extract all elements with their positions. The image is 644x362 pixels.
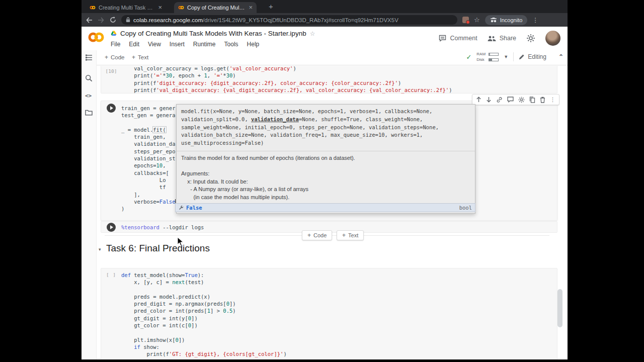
insert-code-label: Code (313, 232, 327, 238)
resource-gauges[interactable]: RAM Disk (476, 52, 499, 62)
autocomplete-type: bool (459, 205, 472, 211)
delete-cell-trash-icon[interactable] (540, 97, 545, 103)
browser-window: Creating Multi Task Models × Copy of Cre… (82, 0, 568, 359)
tab-bar: Creating Multi Task Models × Copy of Cre… (82, 0, 568, 13)
people-icon (488, 35, 496, 42)
disk-bar (489, 58, 499, 61)
fit-docstring-tooltip: model.fit(x=None, y=None, batch_size=Non… (176, 104, 475, 214)
table-of-contents-icon[interactable] (85, 54, 93, 61)
cell-settings-gear-icon[interactable] (518, 97, 525, 103)
menu-runtime[interactable]: Runtime (193, 41, 216, 48)
extension-icon[interactable] (462, 17, 469, 23)
menu-edit[interactable]: Edit (129, 41, 139, 48)
back-icon[interactable] (86, 17, 93, 23)
tab-close-icon[interactable]: × (249, 5, 253, 10)
browser-menu-icon[interactable]: ⋮ (532, 19, 535, 21)
execution-count: [ ] (101, 272, 121, 278)
plus-icon: + (307, 232, 311, 239)
collapse-header-icon[interactable]: ⌃ (558, 53, 564, 60)
avatar[interactable] (545, 31, 560, 46)
forward-icon[interactable] (98, 17, 105, 23)
tab-inactive[interactable]: Creating Multi Task Models × (86, 2, 166, 13)
url-bar[interactable]: colab.research.google.com/drive/1S4L2tW9… (121, 15, 457, 25)
connected-check-icon: ✓ (466, 53, 471, 61)
share-button[interactable]: Share (488, 35, 516, 42)
tab-close-icon[interactable]: × (158, 5, 162, 10)
add-code-button[interactable]: + Code (105, 54, 125, 61)
pencil-icon (519, 54, 525, 60)
scrollbar-thumb[interactable] (557, 289, 562, 327)
menu-file[interactable]: File (111, 41, 120, 48)
move-cell-up-icon[interactable] (476, 97, 481, 103)
insert-text-label: Text (348, 232, 358, 238)
link-cell-icon[interactable] (496, 97, 503, 103)
search-icon[interactable] (85, 74, 93, 82)
menu-bar: File Edit View Insert Runtime Tools Help (111, 41, 259, 48)
tab-title: Copy of Creating Multi Tas (187, 5, 246, 11)
menu-insert[interactable]: Insert (170, 41, 185, 48)
url-domain: colab.research.google.com (133, 17, 203, 23)
code-snippets-icon[interactable]: <> (85, 93, 92, 99)
code-editor[interactable]: def test_model(show=True): x, [y, c] = n… (121, 268, 299, 359)
colab-favicon (178, 5, 184, 11)
chevron-down-icon[interactable]: ▼ (504, 54, 508, 59)
copy-cell-icon[interactable] (529, 97, 535, 103)
section-heading: Task 6: Final Predictions (106, 243, 210, 254)
insert-code-button[interactable]: + Code (302, 230, 332, 240)
plus-icon: + (105, 54, 108, 61)
colab-favicon (90, 5, 96, 11)
drive-icon (111, 31, 117, 36)
incognito-icon (490, 18, 497, 23)
comment-button[interactable]: Comment (439, 35, 477, 42)
colab-header: Copy of Creating Multi Task Models With … (82, 27, 568, 50)
editing-label: Editing (528, 53, 546, 60)
wrench-icon (179, 205, 184, 210)
autocomplete-item[interactable]: False (186, 205, 202, 211)
code-cell-callbacks[interactable]: [10] val_color_accuracy = logs.get('val_… (101, 66, 557, 94)
comment-cell-icon[interactable] (507, 97, 514, 103)
mouse-cursor (177, 237, 184, 246)
address-bar: colab.research.google.com/drive/1S4L2tW9… (82, 13, 568, 27)
comment-label: Comment (450, 35, 477, 42)
run-cell-button[interactable] (107, 223, 116, 232)
code-editor[interactable]: %tensorboard --logdir logs (121, 222, 204, 232)
share-label: Share (500, 35, 516, 42)
editing-mode-button[interactable]: Editing (519, 53, 546, 60)
menu-tools[interactable]: Tools (224, 41, 238, 48)
code-editor[interactable]: val_color_accuracy = logs.get('val_color… (121, 66, 452, 93)
fit-signature: model.fit(x=None, y=None, batch_size=Non… (177, 105, 475, 151)
collapse-section-icon[interactable]: ▾ (99, 247, 101, 252)
code-cell-test-model[interactable]: [ ] def test_model(show=True): x, [y, c]… (101, 268, 557, 359)
reload-icon[interactable] (110, 17, 116, 23)
code-editor[interactable]: train_gen = genertest_gen = genera _ = m… (121, 101, 176, 220)
move-cell-down-icon[interactable] (486, 97, 492, 103)
files-folder-icon[interactable] (85, 110, 93, 116)
add-code-label: Code (111, 54, 125, 60)
cell-toolbar: ⋮ (472, 94, 559, 105)
run-cell-button[interactable] (107, 104, 116, 113)
new-tab-button[interactable]: + (269, 2, 273, 11)
add-text-button[interactable]: + Text (132, 54, 148, 61)
disk-label: Disk (476, 57, 487, 62)
settings-gear-icon[interactable] (526, 34, 535, 43)
more-actions-icon[interactable]: ⋮ (550, 97, 555, 103)
cell-gutter: [ ] (101, 268, 121, 359)
notebook-toolbar: + Code + Text ✓ RAM Disk ▼ Editing ⌃ (82, 50, 568, 65)
cell-gutter (101, 222, 121, 232)
menu-view[interactable]: View (148, 41, 161, 48)
divider (513, 52, 514, 61)
star-icon[interactable]: ☆ (310, 30, 315, 37)
insert-text-button[interactable]: + Text (337, 230, 364, 240)
tab-active[interactable]: Copy of Creating Multi Tas × (174, 2, 257, 13)
notebook-content: [10] val_color_accuracy = logs.get('val_… (97, 66, 568, 359)
ram-bar (489, 53, 499, 56)
bookmark-star-icon[interactable]: ☆ (474, 16, 480, 24)
incognito-badge: Incognito (485, 15, 528, 25)
autocomplete-popup[interactable]: False bool (175, 203, 475, 212)
notebook-title[interactable]: Copy of Creating Multi Task Models With … (120, 30, 306, 37)
cell-gutter (101, 101, 121, 220)
menu-help[interactable]: Help (247, 41, 260, 48)
url-path: /drive/1S4L2tW9_KY5TOqjDflUnDBD3D_RAb7xj… (203, 17, 398, 23)
add-text-label: Text (138, 54, 148, 60)
plus-icon: + (132, 54, 135, 61)
